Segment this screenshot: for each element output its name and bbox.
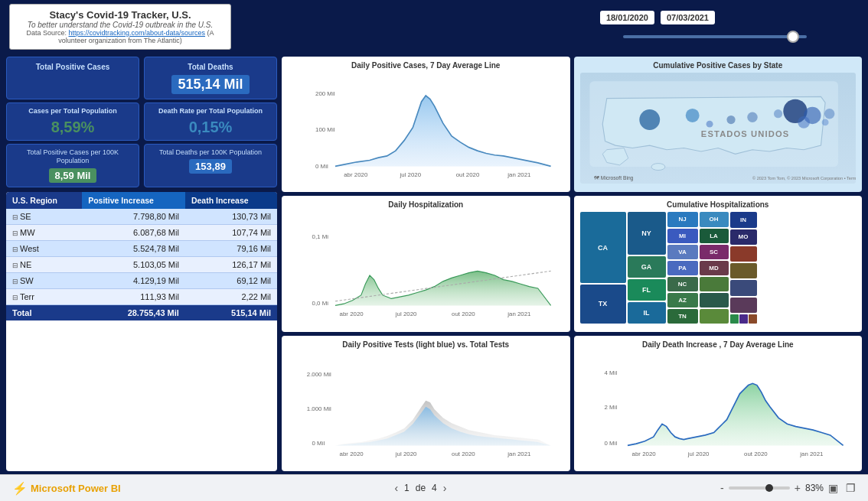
cell-region: ⊟Terr	[6, 289, 82, 305]
state-nc: NC	[667, 277, 698, 291]
kpi-deaths-100k: Total Deaths per 100K Population 153,89	[144, 144, 277, 187]
table-row[interactable]: ⊟SW 4.129,19 Mil 69,12 Mil	[6, 273, 277, 289]
svg-text:jan 2021: jan 2021	[507, 451, 530, 457]
kpi-total-positive-label: Total Positive Cases	[13, 62, 132, 72]
date-start[interactable]: 18/01/2020	[600, 11, 654, 24]
svg-text:abr 2020: abr 2020	[340, 451, 364, 457]
chart-daily-positive: Daily Positive Cases, 7 Day Average Line…	[282, 57, 570, 192]
state-mi: MI	[667, 229, 698, 243]
chart-daily-positive-svg: 200 Mil 100 Mil 0 Mil abr 2020	[288, 73, 564, 182]
svg-point-15	[747, 112, 757, 122]
state-extra4	[730, 246, 757, 262]
kpi-cases-per-pop: Cases per Total Population 8,59%	[6, 102, 139, 141]
state-ca: CA	[580, 212, 626, 283]
bottom-icons: ▣ ❐	[828, 482, 856, 494]
svg-text:jul 2020: jul 2020	[399, 171, 421, 178]
svg-text:jul 2020: jul 2020	[395, 311, 417, 317]
zoom-in-button[interactable]: +	[795, 482, 801, 494]
kpi-total-deaths-value: 515,14 Mil	[171, 75, 249, 94]
kpi-row-3: Total Positive Cases per 100K Population…	[6, 144, 277, 187]
svg-text:200 Mil: 200 Mil	[315, 90, 335, 97]
svg-point-17	[706, 121, 713, 128]
svg-text:2.000 Mil: 2.000 Mil	[307, 371, 331, 378]
svg-text:out 2020: out 2020	[744, 451, 768, 457]
map-svg: ESTADOS UNIDOS 🗺 Microsoft Bing © 2023 T…	[580, 73, 857, 184]
page-next[interactable]: ›	[443, 482, 447, 494]
cell-total-deaths: 515,14 Mil	[185, 305, 277, 321]
page-de-label: de	[416, 483, 426, 493]
chart-daily-hosp: Daily Hospitalization 0,1 Mi 0,0 Mi	[282, 196, 570, 331]
svg-text:ESTADOS UNIDOS: ESTADOS UNIDOS	[700, 129, 788, 138]
data-table: U.S. Region Positive Increase Death Incr…	[6, 192, 277, 320]
pagination: ‹ 1 de 4 ›	[394, 482, 446, 494]
chart-daily-tests: Daily Positive Tests (light blue) vs. To…	[282, 336, 570, 471]
svg-point-16	[726, 115, 735, 124]
svg-point-18	[824, 109, 834, 119]
col-header-death[interactable]: Death Increase	[185, 192, 277, 209]
swatch3	[749, 314, 757, 324]
slider-thumb[interactable]	[787, 31, 799, 43]
kpi-death-rate: Death Rate per Total Population 0,15%	[144, 102, 277, 141]
state-sc: SC	[700, 245, 729, 259]
cell-region: ⊟West	[6, 241, 82, 257]
table-row[interactable]: ⊟SE 7.798,80 Mil 130,73 Mil	[6, 209, 277, 225]
app-title: Stacy's Covid-19 Tracker, U.S.	[21, 9, 220, 21]
chart-daily-death-title: Daily Death Increase , 7 Day Average Lin…	[580, 340, 857, 349]
right-panels: Daily Positive Cases, 7 Day Average Line…	[282, 57, 862, 471]
state-oh: OH	[700, 212, 729, 226]
chart-daily-death-svg: 4 Mil 2 Mil 0 Mil abr 2020 jul 2020 out …	[580, 352, 857, 461]
cell-positive: 111,93 Mil	[82, 289, 185, 305]
content-area: Total Positive Cases Total Deaths 515,14…	[0, 54, 868, 474]
svg-text:0,1 Mi: 0,1 Mi	[312, 233, 329, 240]
zoom-slider-thumb[interactable]	[765, 484, 773, 492]
zoom-out-button[interactable]: -	[720, 482, 724, 494]
kpi-death-rate-label: Death Rate per Total Population	[151, 107, 270, 116]
data-source-link[interactable]: https://covidtracking.com/about-data/sou…	[68, 29, 205, 37]
table-row[interactable]: ⊟Terr 111,93 Mil 2,22 Mil	[6, 289, 277, 305]
svg-text:0 Mil: 0 Mil	[604, 440, 617, 447]
date-range: 18/01/2020 07/03/2021	[600, 11, 715, 24]
chart-daily-death: Daily Death Increase , 7 Day Average Lin…	[574, 336, 863, 471]
fullscreen-icon[interactable]: ▣	[828, 482, 838, 494]
svg-text:0 Mil: 0 Mil	[315, 163, 328, 170]
date-slider[interactable]	[623, 35, 807, 38]
svg-text:jul 2020: jul 2020	[395, 451, 417, 457]
chart-cumulative-map: Cumulative Positive Cases by State	[574, 57, 863, 192]
cell-positive: 5.103,05 Mil	[82, 257, 185, 273]
state-extra6	[730, 280, 757, 295]
chart-daily-tests-svg: 2.000 Mil 1.000 Mil 0 Mil abr 2020 jul 2…	[288, 352, 564, 461]
state-md: MD	[700, 261, 729, 275]
kpi-cases-100k-label: Total Positive Cases per 100K Population	[13, 148, 132, 166]
kpi-cases-100k-value: 8,59 Mil	[49, 168, 97, 183]
state-tx: TX	[580, 285, 626, 324]
kpi-deaths-100k-value: 153,89	[189, 159, 232, 174]
zoom-slider[interactable]	[729, 486, 790, 490]
date-end[interactable]: 07/03/2021	[661, 11, 715, 24]
state-tn: TN	[667, 309, 698, 324]
state-la: LA	[700, 229, 729, 243]
expand-icon[interactable]: ❐	[846, 482, 856, 494]
state-extra1	[700, 277, 729, 291]
cell-deaths: 107,74 Mil	[185, 225, 277, 241]
data-source: Data Source: https://covidtracking.com/a…	[21, 29, 220, 44]
col-header-positive[interactable]: Positive Increase	[82, 192, 185, 209]
zoom-controls: - + 83% ▣ ❐	[720, 482, 856, 494]
cell-deaths: 126,17 Mil	[185, 257, 277, 273]
table-row[interactable]: ⊟West 5.524,78 Mil 79,16 Mil	[6, 241, 277, 257]
page-prev[interactable]: ‹	[394, 482, 398, 494]
svg-text:abr 2020: abr 2020	[340, 311, 364, 317]
col-header-region[interactable]: U.S. Region	[6, 192, 82, 209]
svg-point-13	[798, 116, 810, 129]
svg-point-14	[773, 109, 782, 118]
svg-point-9	[639, 109, 660, 130]
svg-text:out 2020: out 2020	[456, 171, 480, 178]
table-row[interactable]: ⊟MW 6.087,68 Mil 107,74 Mil	[6, 225, 277, 241]
app-subtitle: To better understand the Covid-19 outbre…	[21, 21, 220, 29]
powerbi-logo[interactable]: ⚡ Microsoft Power BI	[12, 481, 121, 496]
svg-text:abr 2020: abr 2020	[631, 451, 656, 457]
chart-daily-hosp-title: Daily Hospitalization	[288, 200, 564, 209]
svg-text:🗺 Microsoft Bing: 🗺 Microsoft Bing	[594, 175, 634, 181]
cell-deaths: 130,73 Mil	[185, 209, 277, 225]
table-row[interactable]: ⊟NE 5.103,05 Mil 126,17 Mil	[6, 257, 277, 273]
cell-positive: 4.129,19 Mil	[82, 273, 185, 289]
